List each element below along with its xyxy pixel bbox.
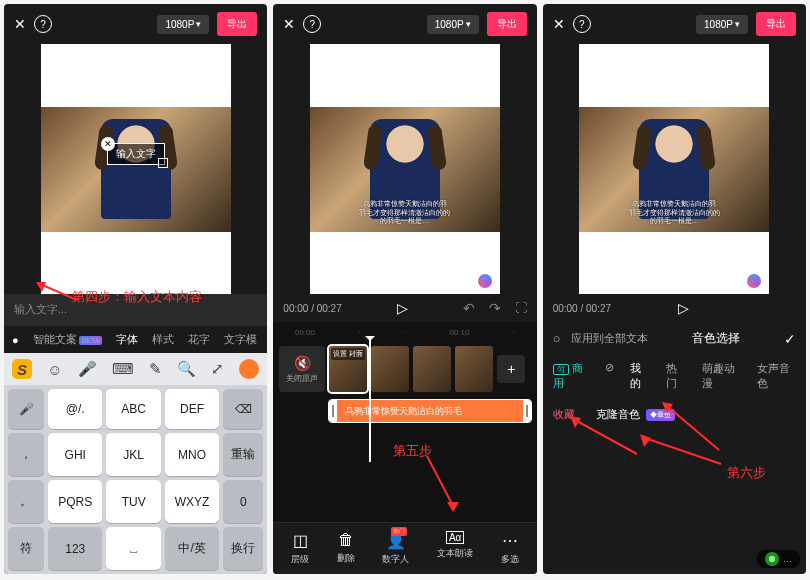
panel-title: 音色选择 — [658, 330, 774, 347]
tab-template[interactable]: 文字模 — [224, 332, 257, 347]
watermark-logo-icon — [478, 274, 492, 288]
key-zero[interactable]: 0 — [223, 480, 263, 523]
export-button[interactable]: 导出 — [756, 12, 796, 36]
mic-icon[interactable]: 🎤 — [78, 360, 97, 378]
favorites-label[interactable]: 收藏 — [553, 408, 575, 420]
playhead[interactable] — [369, 340, 371, 462]
screenshot-step5: 1080P 导出 乌鸦非常惊赞天鹅洁白的羽羽毛才变得那样清澈洁白的的的羽毛一根是… — [273, 4, 536, 574]
voice-category-tabs: 匀 商用 ⊘ 我的 热门 萌趣动漫 女声音色 — [543, 355, 806, 397]
help-icon[interactable] — [573, 15, 591, 33]
key-reinput[interactable]: 重输 — [223, 433, 263, 476]
tab-smart-copy[interactable]: 智能文案BETA — [33, 332, 103, 347]
export-button[interactable]: 导出 — [217, 12, 257, 36]
tool-layer[interactable]: ◫层级 — [291, 531, 309, 566]
annotation-step4: 第四步：输入文本内容 — [72, 288, 202, 306]
screenshot-step6: 1080P 导出 乌鸦非常惊赞天鹅洁白的羽羽毛才变得那样清澈洁白的的的羽毛一根是… — [543, 4, 806, 574]
key-lang[interactable]: 中/英 — [165, 527, 219, 570]
resolution-button[interactable]: 1080P — [696, 15, 748, 34]
top-bar: 1080P 导出 — [273, 4, 536, 44]
text-overlay-box[interactable]: ✕ 输入文字 — [107, 143, 165, 165]
tool-digital-human[interactable]: 👤数字人热门 — [382, 531, 409, 566]
video-clip-2[interactable] — [371, 346, 409, 392]
key-at[interactable]: @/. — [48, 389, 102, 429]
close-icon[interactable] — [553, 16, 565, 32]
tab-commercial[interactable]: 匀 商用 — [553, 361, 590, 391]
close-icon[interactable] — [283, 16, 295, 32]
key-123[interactable]: 123 — [48, 527, 102, 570]
play-icon[interactable] — [678, 300, 689, 316]
key-backspace[interactable]: ⌫ — [223, 389, 263, 429]
preview-canvas: 乌鸦非常惊赞天鹅洁白的羽羽毛才变得那样清澈洁白的的的羽毛一根是… — [273, 44, 536, 294]
subtitle-text: 乌鸦非常惊赞天鹅洁白的羽羽毛才变得那样清澈洁白的的的羽毛一根是… — [310, 200, 500, 225]
help-icon[interactable] — [303, 15, 321, 33]
top-bar: 1080P 导出 — [4, 4, 267, 44]
key-ghi[interactable]: GHI — [48, 433, 102, 476]
tab-font[interactable]: 字体 — [116, 332, 138, 347]
fullscreen-icon[interactable] — [515, 301, 527, 315]
key-pqrs[interactable]: PQRS — [48, 480, 102, 523]
tab-mine[interactable]: 我的 — [630, 361, 650, 391]
confirm-icon[interactable] — [784, 331, 796, 347]
tab-anime[interactable]: 萌趣动漫 — [702, 361, 741, 391]
caption-resize-handle[interactable] — [158, 158, 168, 168]
video-clip-1[interactable]: 设置 封面 — [329, 346, 367, 392]
close-icon[interactable] — [14, 16, 26, 32]
expand-icon[interactable]: ⤢ — [211, 360, 224, 378]
tab-female[interactable]: 女声音色 — [757, 361, 796, 391]
play-icon[interactable] — [397, 300, 408, 316]
text-style-tabs: ● 智能文案BETA 字体 样式 花字 文字模 — [4, 325, 267, 353]
tool-delete[interactable]: 🗑删除 — [337, 531, 355, 566]
key-jkl[interactable]: JKL — [106, 433, 160, 476]
tool-multiselect[interactable]: ⋯多选 — [501, 531, 519, 566]
tab-fancy[interactable]: 花字 — [188, 332, 210, 347]
annotation-step5: 第五步 — [393, 442, 432, 460]
video-clip-4[interactable] — [455, 346, 493, 392]
key-def[interactable]: DEF — [165, 389, 219, 429]
timeline[interactable]: 00:00··00:10· 关闭原声 设置 封面 + 乌鸦非常惊赞天鹅洁白的羽毛… — [273, 322, 536, 522]
wechat-watermark: … — [757, 550, 800, 568]
mute-original-audio[interactable]: 关闭原声 — [279, 346, 325, 392]
export-button[interactable]: 导出 — [487, 12, 527, 36]
resolution-button[interactable]: 1080P — [157, 15, 209, 34]
key-space[interactable]: ⎵ — [106, 527, 160, 570]
caption-close-icon[interactable]: ✕ — [101, 137, 115, 151]
voice-list: 收藏 克隆音色 ◆章鱼 第六步 — [543, 397, 806, 432]
voice-item-clone[interactable]: 克隆音色 ◆章鱼 — [596, 407, 675, 422]
edit-icon[interactable]: ✎ — [149, 360, 162, 378]
resolution-button[interactable]: 1080P — [427, 15, 479, 34]
caption-placeholder: 输入文字 — [116, 148, 156, 159]
video-clip-3[interactable] — [413, 346, 451, 392]
clip-handle-right[interactable] — [523, 400, 531, 422]
key-voice[interactable]: 🎤 — [8, 389, 44, 429]
top-bar: 1080P 导出 — [543, 4, 806, 44]
kb-search-icon[interactable]: 🔍 — [177, 360, 196, 378]
tab-hot[interactable]: 热门 — [666, 361, 686, 391]
tool-text-to-speech[interactable]: Aα文本朗读 — [437, 531, 473, 566]
emoji-icon[interactable]: ☺ — [47, 361, 62, 378]
video-track: 关闭原声 设置 封面 + — [273, 342, 536, 396]
ime-logo-icon[interactable]: S — [12, 359, 32, 379]
undo-icon[interactable] — [463, 300, 475, 316]
key-comma[interactable]: ， — [8, 433, 44, 476]
key-abc[interactable]: ABC — [106, 389, 160, 429]
key-enter[interactable]: 换行 — [223, 527, 263, 570]
apply-all-radio[interactable] — [553, 331, 561, 346]
redo-icon[interactable] — [489, 300, 501, 316]
tab-none[interactable]: ⊘ — [605, 361, 614, 391]
video-frame-image: 乌鸦非常惊赞天鹅洁白的羽羽毛才变得那样清澈洁白的的的羽毛一根是… — [579, 107, 769, 232]
key-symbols[interactable]: 符 — [8, 527, 44, 570]
key-period[interactable]: 。 — [8, 480, 44, 523]
apply-all-label[interactable]: 应用到全部文本 — [571, 331, 648, 346]
key-tuv[interactable]: TUV — [106, 480, 160, 523]
keyboard-settings-icon[interactable]: ⌨ — [112, 360, 134, 378]
keyboard: S ☺ 🎤 ⌨ ✎ 🔍 ⤢ 🎤 @/. ABC DEF ⌫ ， GHI JKL … — [4, 353, 267, 574]
tab-style[interactable]: 样式 — [152, 332, 174, 347]
time-ruler: 00:00··00:10· — [273, 328, 536, 342]
text-track-clip[interactable]: 乌鸦非常惊赞天鹅洁白的羽毛 — [329, 400, 530, 422]
add-clip-button[interactable]: + — [497, 355, 525, 383]
key-wxyz[interactable]: WXYZ — [165, 480, 219, 523]
assistant-icon[interactable] — [239, 359, 259, 379]
key-mno[interactable]: MNO — [165, 433, 219, 476]
clip-handle-left[interactable] — [329, 400, 337, 422]
help-icon[interactable] — [34, 15, 52, 33]
